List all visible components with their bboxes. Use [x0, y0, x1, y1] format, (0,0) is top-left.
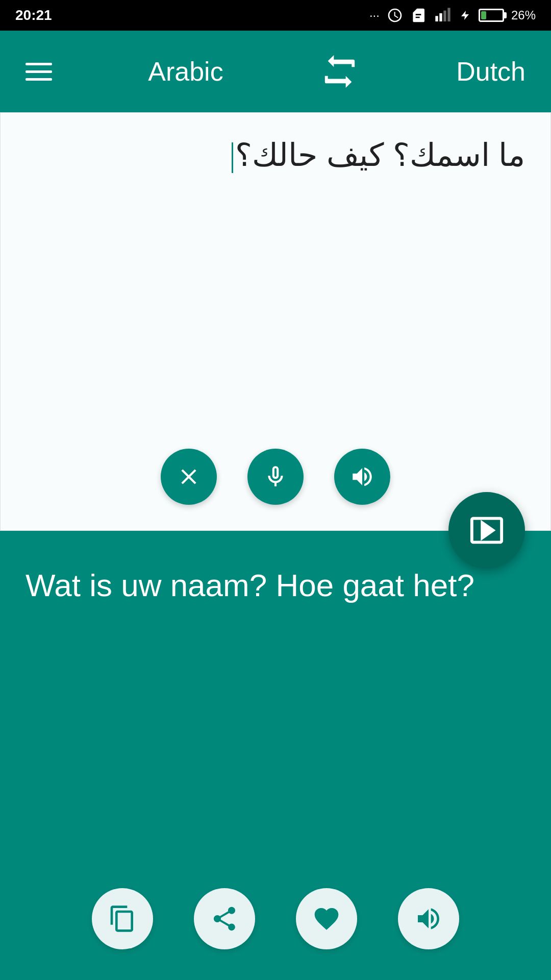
- share-button[interactable]: [194, 888, 255, 949]
- copy-icon: [108, 904, 137, 933]
- signal-icon: [434, 7, 452, 23]
- translated-text: Wat is uw naam? Hoe gaat het?: [26, 561, 525, 873]
- alarm-icon: [387, 7, 403, 23]
- share-icon: [210, 904, 239, 933]
- menu-line-2: [26, 70, 52, 73]
- source-language[interactable]: Arabic: [148, 56, 223, 87]
- menu-button[interactable]: [26, 63, 52, 81]
- status-bar: 20:21 ··· 26%: [0, 0, 551, 31]
- battery-indicator: 26%: [479, 8, 536, 22]
- volume-up-icon: [414, 904, 443, 933]
- translation-speaker-button[interactable]: [398, 888, 459, 949]
- main-content: ما اسمك؟ كيف حالك؟: [0, 112, 551, 980]
- charging-icon: [459, 7, 471, 23]
- heart-icon: [312, 904, 341, 933]
- svg-rect-0: [435, 16, 438, 21]
- volume-icon: [348, 464, 376, 489]
- send-icon: [469, 512, 505, 548]
- svg-rect-1: [439, 13, 442, 21]
- translation-panel: Wat is uw naam? Hoe gaat het?: [0, 531, 551, 980]
- text-cursor: [232, 142, 233, 173]
- sim-icon: [410, 7, 427, 23]
- speaker-button[interactable]: [334, 449, 390, 505]
- svg-rect-3: [447, 8, 450, 21]
- header: Arabic Dutch: [0, 31, 551, 112]
- mic-button[interactable]: [247, 449, 304, 505]
- close-icon: [176, 464, 202, 489]
- swap-icon: [319, 54, 360, 89]
- favorite-button[interactable]: [296, 888, 357, 949]
- status-icons: ··· 26%: [369, 7, 536, 23]
- svg-rect-2: [443, 11, 446, 21]
- status-time: 20:21: [15, 7, 52, 23]
- translation-controls: [26, 873, 525, 960]
- arabic-input-text[interactable]: ما اسمك؟ كيف حالك؟: [26, 133, 525, 428]
- battery-percent: 26%: [511, 8, 536, 22]
- dots-icon: ···: [369, 8, 380, 22]
- swap-languages-button[interactable]: [319, 54, 360, 89]
- menu-line-3: [26, 78, 52, 81]
- copy-button[interactable]: [92, 888, 153, 949]
- send-button[interactable]: [448, 492, 525, 569]
- input-panel: ما اسمك؟ كيف حالك؟: [0, 112, 551, 531]
- target-language[interactable]: Dutch: [456, 56, 525, 87]
- menu-line-1: [26, 63, 52, 65]
- clear-button[interactable]: [161, 449, 217, 505]
- input-text-content: ما اسمك؟ كيف حالك؟: [235, 137, 525, 173]
- input-controls: [26, 428, 525, 520]
- mic-icon: [263, 464, 288, 489]
